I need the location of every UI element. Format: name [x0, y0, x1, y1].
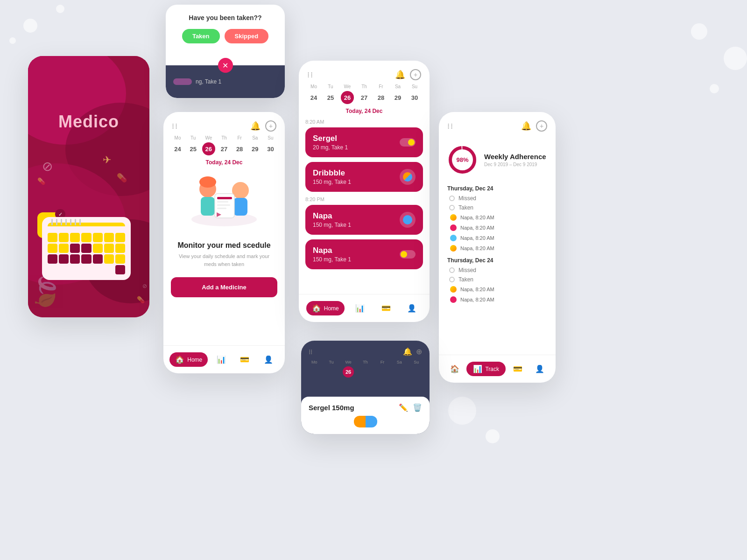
bg-bubble: [9, 37, 16, 44]
medlist-nav-stats[interactable]: 📊: [350, 301, 370, 315]
day-col-su: Su 30: [263, 135, 278, 155]
med-dot-1-3: [450, 235, 457, 241]
med-dot-1-2: [450, 224, 457, 231]
bg-bubble: [56, 5, 64, 13]
close-icon: ✕: [222, 61, 228, 70]
nav-profile[interactable]: 👤: [258, 352, 279, 367]
section-day-2: Thursday, Dec 24: [439, 253, 556, 266]
taken-label-1: Taken: [458, 204, 473, 211]
alert-popup: Have you been taken?? Taken Skipped ✕ ng…: [166, 5, 285, 98]
sergel-toggle[interactable]: [400, 138, 416, 147]
sergel-action-buttons: ✏️ 🗑️: [399, 403, 422, 412]
medlist-nav-profile[interactable]: 👤: [402, 301, 422, 315]
nav-home[interactable]: 🏠 Home: [169, 352, 208, 367]
notification-bell-icon[interactable]: 🔔: [250, 121, 261, 131]
stats-icon: 📊: [217, 355, 226, 364]
med-dose-sergel: 20 mg, Take 1: [313, 144, 348, 151]
pill-decoration: 💊: [137, 296, 145, 303]
med-entry-text-2-2: Napa, 8:20 AM: [460, 297, 494, 302]
day-col-tu: Tu 25: [185, 135, 201, 155]
med-card-napa2[interactable]: Napa 150 mg, Take 1: [305, 239, 423, 269]
day-col-fr: Fr 28: [232, 135, 247, 155]
add-icon[interactable]: +: [265, 120, 276, 132]
dark-bell-icon[interactable]: 🔔: [403, 347, 412, 356]
alert-content: Have you been taken?? Taken Skipped: [166, 5, 285, 60]
sergel-detail-box: Sergel 150mg ✏️ 🗑️: [301, 397, 430, 434]
monitor-description: View your daily schedule and mark your m…: [163, 252, 285, 268]
med-card-sergel[interactable]: Sergel 20 mg, Take 1: [305, 127, 423, 157]
medlist-day-names: Mo24 Tu25 We26 Th27 Fr28 Sa29 Su30: [305, 84, 423, 104]
medlist-add-icon[interactable]: +: [410, 69, 421, 80]
bg-bubble: [724, 47, 747, 70]
nav-stats[interactable]: 📊: [211, 352, 232, 367]
day-col-th: Th 27: [216, 135, 232, 155]
monitor-screen: ⁞⁞ 🔔 + Mo 24 Tu 25 We 26 Th 27: [163, 112, 285, 373]
capsule-icon: 💊: [117, 173, 127, 183]
close-button[interactable]: ✕: [218, 58, 233, 73]
evening-time-label: 8:20 PM: [299, 196, 430, 202]
med-dot-1-1: [450, 214, 457, 221]
day-col-sa: Sa 29: [247, 135, 263, 155]
monitor-header: ⁞⁞ 🔔 +: [163, 112, 285, 135]
day-names-row: Mo 24 Tu 25 We 26 Th 27 Fr 28 Sa 29: [170, 135, 278, 155]
med-entry-text-1-1: Napa, 8:20 AM: [460, 215, 494, 220]
calendar-header: [48, 223, 125, 226]
capsule-decoration: ⊘: [142, 283, 147, 289]
svg-rect-14: [217, 204, 230, 206]
dark-calendar-strip: Mo Tu We26 Th Fr Sa Su: [301, 360, 430, 378]
medlist-bell-icon[interactable]: 🔔: [395, 70, 405, 80]
med-name-napa1: Napa: [313, 211, 351, 221]
missed-row-2: Missed: [439, 266, 556, 275]
med-entry-2-1: Napa, 8:20 AM: [439, 284, 556, 294]
alert-buttons: Taken Skipped: [175, 29, 275, 43]
med-dot-1-4: [450, 245, 457, 252]
adherence-nav-profile[interactable]: 👤: [529, 362, 550, 376]
sergel-medicine-name: Sergel 150mg: [309, 404, 354, 412]
missed-dot-1: [449, 196, 455, 201]
bg-bubble: [691, 23, 707, 40]
monitor-illustration: [182, 173, 266, 233]
edit-icon[interactable]: ✏️: [399, 403, 408, 412]
adherence-add-icon[interactable]: +: [536, 120, 547, 132]
svg-rect-7: [201, 197, 215, 216]
day-col-we[interactable]: We 26: [201, 135, 216, 155]
leaf-decoration: 🍃: [28, 275, 63, 308]
svg-rect-12: [217, 197, 232, 199]
adherence-menu-icon[interactable]: ⁞⁞: [447, 122, 454, 131]
dark-plus-icon[interactable]: ⊕: [416, 347, 422, 356]
medlist-nav-card[interactable]: 💳: [376, 301, 396, 315]
delete-icon[interactable]: 🗑️: [413, 403, 422, 412]
dribbble-pill-icon: [400, 169, 416, 185]
adherence-bell-icon[interactable]: 🔔: [521, 121, 531, 131]
section-day-1: Thursday, Dec 24: [439, 182, 556, 194]
dark-card-header: ⁞⁞ 🔔 ⊕: [301, 341, 430, 360]
nav-card[interactable]: 💳: [234, 352, 255, 367]
adherence-nav-card[interactable]: 💳: [507, 362, 528, 376]
napa2-toggle[interactable]: [400, 250, 416, 259]
taken-button[interactable]: Taken: [182, 29, 220, 43]
menu-dots-icon[interactable]: ⁞⁞: [172, 122, 178, 131]
adherence-date-range: Dec 9 2019 – Dec 9 2019: [484, 162, 546, 167]
medlist-nav-home[interactable]: 🏠 Home: [306, 301, 345, 315]
adherence-nav-home[interactable]: 🏠: [444, 362, 465, 376]
missed-label-2: Missed: [458, 267, 476, 273]
pill-icon: ⊘: [42, 159, 53, 174]
med-card-dribbble[interactable]: Dribbble 150 mg, Take 1: [305, 162, 423, 192]
track-label: Track: [485, 366, 499, 372]
adherence-nav-track[interactable]: 📊 Track: [466, 362, 506, 376]
adherence-screen: ⁞⁞ 🔔 + 98% Weekly Adherence Dec 9 2019 –…: [439, 112, 556, 383]
med-entry-text-1-2: Napa, 8:20 AM: [460, 225, 494, 231]
med-entry-text-1-4: Napa, 8:20 AM: [460, 245, 494, 251]
dark-menu-icon[interactable]: ⁞⁞: [309, 348, 312, 356]
taken-label-2: Taken: [458, 276, 473, 283]
skipped-button[interactable]: Skipped: [225, 29, 269, 43]
add-medicine-button[interactable]: Add a Medicine: [171, 277, 277, 297]
dark-med-screen: ⁞⁞ 🔔 ⊕ Mo Tu We26 Th Fr Sa Su Sergel 150…: [301, 341, 430, 434]
medlist-menu-icon[interactable]: ⁞⁞: [307, 70, 314, 79]
adherence-header-actions: 🔔 +: [521, 120, 547, 132]
med-entry-1-1: Napa, 8:20 AM: [439, 212, 556, 223]
med-dose-napa2: 150 mg, Take 1: [313, 256, 351, 263]
pill2-icon: 💊: [37, 177, 45, 185]
today-label: Today, 24 Dec: [163, 157, 285, 170]
med-card-napa1[interactable]: Napa 150 mg, Take 1: [305, 205, 423, 235]
